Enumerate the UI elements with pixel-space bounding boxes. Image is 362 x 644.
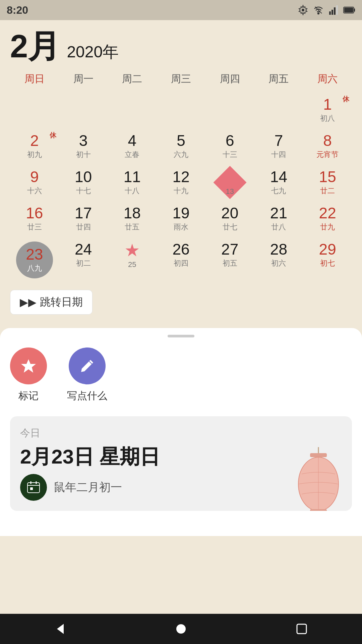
day-sub-22: 廿九 [320,222,335,232]
empty-cell-6 [254,92,303,128]
recent-icon [296,623,308,635]
svg-rect-8 [354,9,355,12]
day-number-15: 15 [319,169,336,184]
bottom-sheet: 标记 写点什么 [0,328,362,536]
day-28[interactable]: 28 初六 [254,237,303,283]
day-14[interactable]: 14 七九 [254,164,303,201]
day-12[interactable]: 12 十九 [157,164,205,201]
day-number-14: 14 [270,169,287,184]
day-25[interactable]: ★ 25 [108,237,157,283]
write-label: 写点什么 [67,389,107,403]
day-number-26: 26 [172,241,189,257]
pencil-icon [78,357,96,375]
mark-btn-circle [10,347,47,384]
svg-rect-4 [331,10,333,15]
svg-rect-3 [329,11,331,15]
jump-date-label: 跳转日期 [40,295,83,310]
day-sub-5: 六九 [174,150,188,160]
day-sub-8: 元宵节 [316,150,339,160]
day-number-10: 10 [75,169,92,184]
home-icon [174,622,188,636]
day-20[interactable]: 20 廿七 [205,201,254,237]
day-19[interactable]: 19 雨水 [157,201,205,237]
empty-cell-2 [59,92,108,128]
weekdays-header: 周日 周一 周二 周三 周四 周五 周六 [10,69,352,89]
day-9[interactable]: 9 十六 [10,164,59,201]
home-button[interactable] [169,617,193,641]
day-5[interactable]: 5 六九 [157,128,205,164]
day-number-19: 19 [172,205,189,221]
day-sub-24: 初二 [76,258,91,268]
weekday-wed: 周三 [157,69,205,89]
back-button[interactable] [49,617,72,641]
day-16[interactable]: 16 廿三 [10,201,59,237]
day-24[interactable]: 24 初二 [59,237,108,283]
jump-date-button[interactable]: ▶▶ 跳转日期 [10,290,93,315]
weekday-mon: 周一 [59,69,108,89]
mark-button[interactable]: 标记 [10,347,47,403]
day-sub-10: 十七 [76,186,91,196]
lantern-decoration [292,447,345,511]
empty-cell-4 [157,92,205,128]
calendar-icon [26,480,41,495]
day-10[interactable]: 10 十七 [59,164,108,201]
day-sub-13: 13 [226,187,234,196]
day-13[interactable]: 13 [205,164,254,201]
calendar-header: 2月 2020年 [10,30,352,63]
day-23[interactable]: 23 八九 [10,237,59,283]
day-29[interactable]: 29 初七 [303,237,352,283]
empty-cell-1 [10,92,59,128]
day-22[interactable]: 22 廿九 [303,201,352,237]
day-number-5: 5 [177,133,185,148]
day-21[interactable]: 21 廿八 [254,201,303,237]
signal-icon [328,4,340,16]
weekday-fri: 周五 [254,69,303,89]
today-info-card: 今日 2月23日 星期日 鼠年二月初一 [10,416,352,511]
day-sub-7: 十四 [271,150,286,160]
day-8[interactable]: 8 元宵节 [303,128,352,164]
day-11[interactable]: 11 十八 [108,164,157,201]
day-6[interactable]: 6 十三 [205,128,254,164]
write-button[interactable]: 写点什么 [67,347,107,403]
day-18[interactable]: 18 廿五 [108,201,157,237]
day-sub-25: 25 [128,260,136,269]
day-7[interactable]: 7 十四 [254,128,303,164]
day-27[interactable]: 27 初五 [205,237,254,283]
day-number-3: 3 [79,133,88,148]
day-sub-4: 立春 [125,150,139,160]
svg-rect-26 [30,487,33,490]
recent-button[interactable] [290,617,313,641]
svg-rect-17 [310,509,327,511]
empty-cell-5 [205,92,254,128]
drag-handle[interactable] [168,335,194,337]
write-btn-circle [69,347,106,384]
day-sub-15: 廿二 [320,186,335,196]
day-sub-27: 初五 [223,258,237,268]
star-icon [20,357,37,375]
weekday-tue: 周二 [108,69,157,89]
svg-rect-9 [344,8,353,12]
svg-rect-13 [310,453,327,457]
day-15[interactable]: 15 廿二 [303,164,352,201]
day-number-27: 27 [221,241,238,257]
day-26[interactable]: 26 初四 [157,237,205,283]
day-17[interactable]: 17 廿四 [59,201,108,237]
day-number-8: 8 [323,133,332,148]
wifi-icon [312,4,324,16]
action-buttons: 标记 写点什么 [10,347,352,403]
status-icons [297,4,355,16]
day-3[interactable]: 3 初十 [59,128,108,164]
svg-point-0 [302,9,304,11]
day-4[interactable]: 4 立春 [108,128,157,164]
day-sub-29: 初七 [320,258,335,268]
day-number-1: 1 [323,97,332,112]
day-1[interactable]: 休 1 初八 [303,92,352,128]
lunar-label: 鼠年二月初一 [54,480,122,495]
calendar-area: 2月 2020年 周日 周一 周二 周三 周四 周五 周六 休 1 初八 休 2… [0,20,362,325]
today-label: 今日 [20,426,342,440]
day-2[interactable]: 休 2 初九 [10,128,59,164]
month-title: 2月 [10,30,60,62]
svg-marker-10 [21,359,36,373]
bottom-nav [0,614,362,644]
settings-icon [297,4,309,16]
